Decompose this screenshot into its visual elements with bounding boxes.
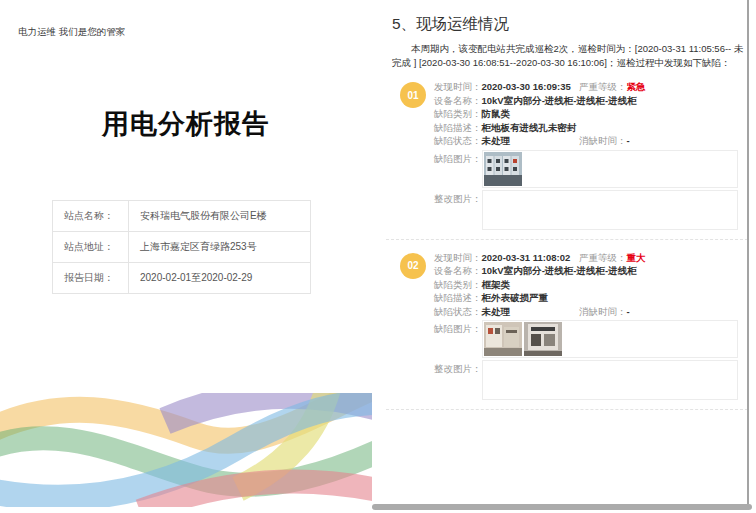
decorative-ribbon-waves [0,393,372,507]
status-label: 缺陷状态： [434,305,482,319]
site-name-label: 站点名称： [53,201,129,232]
defect-images-row: 缺陷图片： [434,150,748,188]
description-value: 柜地板有进线孔未密封 [482,121,577,135]
defect-row-description: 缺陷描述： 柜外表破损严重 [434,291,748,305]
category-value: 框架类 [482,278,511,292]
device-label: 设备名称： [434,264,482,278]
fix-images-label: 整改图片： [434,360,482,376]
severity-value: 重大 [627,251,646,265]
inspection-summary: 本周期内，该变配电站共完成巡检2次，巡检时间为：[2020-03-31 11:0… [392,42,748,70]
defect-row-status: 缺陷状态： 未处理 消缺时间： - [434,305,748,319]
description-label: 缺陷描述： [434,121,482,135]
clear-time-label: 消缺时间： [579,305,627,319]
defect-row-category: 缺陷类别： 框架类 [434,278,748,292]
section-title: 5、现场运维情况 [392,14,748,35]
severity-label: 严重等级： [579,80,627,94]
description-value: 柜外表破损严重 [482,291,549,305]
defect-photo-thumbnail [484,322,522,356]
defect-number-badge: 01 [400,82,426,108]
table-row-report-date: 报告日期： 2020-02-01至2020-02-29 [53,263,311,294]
site-address-label: 站点地址： [53,232,129,263]
found-time-value: 2020-03-30 16:09:35 [482,80,571,94]
category-label: 缺陷类别： [434,107,482,121]
operations-page: 5、现场运维情况 本周期内，该变配电站共完成巡检2次，巡检时间为：[2020-0… [386,0,756,513]
defect-photo-thumbnail [524,322,562,356]
defect-images-row: 缺陷图片： [434,320,748,358]
fix-images-label: 整改图片： [434,190,482,206]
category-label: 缺陷类别： [434,278,482,292]
defect-images-label: 缺陷图片： [434,150,482,166]
defect-row-category: 缺陷类别： 防鼠类 [434,107,748,121]
defect-separator [386,239,748,240]
defect-row-status: 缺陷状态： 未处理 消缺时间： - [434,134,748,148]
defect-row-device: 设备名称： 10kV室内部分-进线柜-进线柜-进线柜 [434,94,748,108]
clear-time-value: - [627,134,630,148]
defect-row-time-severity: 发现时间： 2020-03-31 11:08:02 严重等级： 重大 [434,251,748,265]
defect-number-badge: 02 [400,253,426,279]
device-value: 10kV室内部分-进线柜-进线柜-进线柜 [482,264,637,278]
device-label: 设备名称： [434,94,482,108]
brand-slogan: 电力运维 我们是您的管家 [18,26,125,39]
device-value: 10kV室内部分-进线柜-进线柜-进线柜 [482,94,637,108]
fix-images-box [482,360,738,400]
report-title: 用电分析报告 [0,106,372,142]
category-value: 防鼠类 [482,107,511,121]
site-address-value: 上海市嘉定区育绿路253号 [129,232,311,263]
site-name-value: 安科瑞电气股份有限公司E楼 [129,201,311,232]
defect-images-box [482,320,738,358]
found-time-value: 2020-03-31 11:08:02 [482,251,571,265]
clear-time-value: - [627,305,630,319]
defect-row-time-severity: 发现时间： 2020-03-30 16:09:35 严重等级： 紧急 [434,80,748,94]
found-time-label: 发现时间： [434,251,482,265]
status-value: 未处理 [482,305,511,319]
status-label: 缺陷状态： [434,134,482,148]
report-date-label: 报告日期： [53,263,129,294]
horizontal-scrollbar-thumb[interactable] [372,504,752,510]
defect-item-01: 01 发现时间： 2020-03-30 16:09:35 严重等级： 紧急 设备… [392,80,748,230]
description-label: 缺陷描述： [434,291,482,305]
fix-images-box [482,190,738,230]
right-edge-border [747,0,749,505]
severity-value: 紧急 [627,80,646,94]
report-preview: 电力运维 我们是您的管家 用电分析报告 站点名称： 安科瑞电气股份有限公司E楼 … [0,0,756,513]
defect-separator [386,409,748,410]
defect-item-02: 02 发现时间： 2020-03-31 11:08:02 严重等级： 重大 设备… [392,251,748,401]
defect-images-label: 缺陷图片： [434,320,482,336]
table-row-site-address: 站点地址： 上海市嘉定区育绿路253号 [53,232,311,263]
defect-images-box [482,150,738,188]
severity-label: 严重等级： [579,251,627,265]
fix-images-row: 整改图片： [434,190,748,230]
report-date-value: 2020-02-01至2020-02-29 [129,263,311,294]
table-row-site-name: 站点名称： 安科瑞电气股份有限公司E楼 [53,201,311,232]
clear-time-label: 消缺时间： [579,134,627,148]
cover-page: 电力运维 我们是您的管家 用电分析报告 站点名称： 安科瑞电气股份有限公司E楼 … [0,0,372,513]
defect-row-description: 缺陷描述： 柜地板有进线孔未密封 [434,121,748,135]
fix-images-row: 整改图片： [434,360,748,400]
defect-row-device: 设备名称： 10kV室内部分-进线柜-进线柜-进线柜 [434,264,748,278]
site-info-table: 站点名称： 安科瑞电气股份有限公司E楼 站点地址： 上海市嘉定区育绿路253号 … [52,200,311,294]
status-value: 未处理 [482,134,511,148]
found-time-label: 发现时间： [434,80,482,94]
defect-photo-thumbnail [484,152,522,186]
